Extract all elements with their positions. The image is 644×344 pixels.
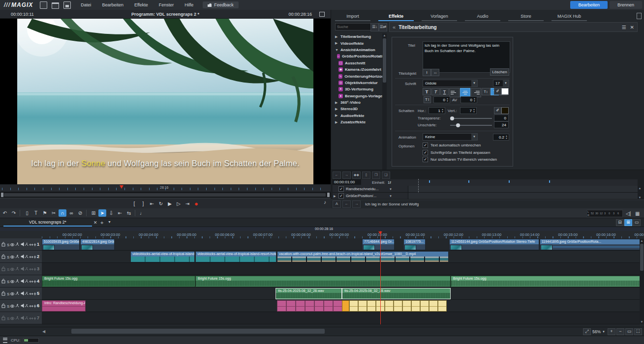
shadow-color-swatch[interactable] bbox=[501, 107, 509, 114]
title-subtitle-text[interactable]: Ich lag in der Sonne und Wolfgang las se… bbox=[17, 159, 313, 168]
preview-range-bar[interactable] bbox=[0, 192, 331, 198]
animation-select[interactable]: Keine▼ bbox=[423, 133, 478, 141]
track-buttons[interactable]: S bbox=[1, 266, 37, 271]
track-header-6[interactable]: S6 bbox=[0, 300, 42, 312]
tree-expand-icon[interactable]: ▶ bbox=[335, 35, 338, 39]
track-buttons[interactable]: S bbox=[1, 303, 37, 308]
clip-title-object[interactable] bbox=[286, 300, 296, 312]
track-lane-3[interactable] bbox=[42, 263, 644, 275]
shadow-vert-input[interactable]: 7▲▼ bbox=[460, 107, 477, 114]
track-lane-7[interactable] bbox=[42, 312, 644, 324]
tree-orientierung-horizont[interactable]: ∿Orientierung/Horizont bbox=[331, 73, 385, 79]
track-buttons[interactable]: S bbox=[1, 254, 37, 259]
add-project-icon[interactable]: + bbox=[100, 220, 103, 226]
font-color-picker-icon[interactable]: ✐ bbox=[494, 88, 501, 95]
scroll-down-icon[interactable]: ▼ bbox=[640, 320, 644, 324]
clip-title-object[interactable] bbox=[367, 300, 376, 312]
delete-title-button[interactable]: Löschen bbox=[490, 68, 509, 76]
kf-copy-icon[interactable]: ❐ bbox=[372, 172, 380, 179]
title-icon[interactable]: T bbox=[32, 209, 40, 217]
keyframe-lane[interactable] bbox=[408, 186, 638, 192]
speaker-icon[interactable]: ◁| bbox=[626, 211, 631, 216]
scroll-up-icon[interactable]: ▲ bbox=[640, 239, 644, 243]
zoom-out-button[interactable]: − bbox=[616, 328, 624, 335]
track-header-5[interactable]: S5 bbox=[0, 287, 42, 300]
kf-prev-icon[interactable]: ← bbox=[333, 172, 341, 179]
fullscreen-monitor-icon[interactable] bbox=[319, 12, 325, 17]
transparency-slider[interactable] bbox=[450, 118, 492, 119]
scroll-left-icon[interactable]: ◀ bbox=[42, 329, 45, 334]
prev-keyframe-icon[interactable]: ← bbox=[342, 201, 351, 208]
clip-title-object[interactable] bbox=[349, 300, 358, 312]
sort-icon[interactable]: ☰↓ bbox=[370, 23, 379, 31]
timeline-ruler[interactable]: 00:00:02:0000:00:03:0000:00:04:0000:00:0… bbox=[0, 231, 644, 239]
clip-title-object[interactable] bbox=[429, 300, 438, 312]
scroll-up-icon[interactable]: ▲ bbox=[638, 186, 642, 191]
bearbeiten-mode-button[interactable]: Bearbeiten bbox=[570, 1, 608, 9]
redo-icon[interactable]: ↷ bbox=[10, 209, 18, 217]
clip-title-object[interactable] bbox=[277, 300, 286, 312]
range-handle-left[interactable] bbox=[1, 193, 3, 197]
option-checkbox-2[interactable]: ✓Nur sichtbaren TV-Bereich verwenden bbox=[423, 157, 497, 162]
range-in-button[interactable]: [ bbox=[131, 200, 138, 207]
tab-effekte[interactable]: Effekte bbox=[374, 12, 418, 21]
mixer-icon[interactable]: ▦ bbox=[635, 211, 640, 216]
tree-expand-icon[interactable]: ▶ bbox=[335, 101, 338, 105]
save-icon[interactable] bbox=[63, 1, 71, 9]
snap-magnet-icon[interactable]: ∩ bbox=[59, 209, 66, 217]
timeline-hscroll[interactable]: ◀ ▶ ⤢ 56% ▼ +−▭⛶ bbox=[0, 327, 644, 336]
zoom-fit-icon[interactable]: ⤢ bbox=[583, 328, 591, 335]
tab-magix-hub[interactable]: MAGIX Hub bbox=[548, 12, 591, 21]
clip-photo[interactable]: 1124553144.jpeg Größe/Position/Rotation … bbox=[449, 239, 539, 250]
font-select[interactable]: Gidole▼ bbox=[423, 80, 478, 87]
clip-title-object[interactable] bbox=[385, 300, 394, 312]
range-handle-right[interactable] bbox=[327, 193, 330, 197]
clip-photo[interactable]: 510035935.jpeg Größe/Positi... bbox=[42, 239, 80, 250]
text-cursor-icon[interactable]: I bbox=[423, 69, 431, 76]
back-chevron-icon[interactable]: « bbox=[393, 24, 396, 30]
tree-scrollbar[interactable]: ▲ ▼ bbox=[382, 33, 387, 177]
video-preview[interactable]: Ich lag in der Sonne und Wolfgang las se… bbox=[0, 19, 331, 184]
tree-gr-e-position-rotation[interactable]: ↔Größe/Position/Rotation bbox=[331, 53, 385, 59]
audio-scrub-icon[interactable]: ♪ bbox=[324, 200, 326, 205]
menu-fenster[interactable]: Fenster bbox=[153, 2, 180, 7]
mouse-mode-icon[interactable]: ➤ bbox=[98, 209, 106, 217]
keyframe-row-1[interactable]: ▶✓Größe/Position/...▼ bbox=[333, 193, 638, 200]
panel-close-icon[interactable]: ✕ bbox=[630, 25, 634, 30]
option-checkbox-0[interactable]: ✓Text automatisch umbrechen bbox=[423, 143, 481, 148]
jump-start-button[interactable]: ⇤ bbox=[149, 200, 155, 207]
checkbox-icon[interactable]: ✓ bbox=[423, 150, 428, 155]
keyframe-scrollbar[interactable]: ▲ ▼ bbox=[638, 186, 642, 200]
razor-icon[interactable]: ✂ bbox=[50, 209, 58, 217]
clip-title-object-selected[interactable] bbox=[342, 300, 349, 312]
range-out-button[interactable]: ] bbox=[140, 200, 147, 207]
project-tab[interactable]: VDL screengraps 2* bbox=[3, 218, 92, 227]
frame-view-button[interactable]: ▭ bbox=[625, 328, 633, 335]
checkbox-icon[interactable]: ✓ bbox=[338, 186, 344, 192]
kf-add-icon[interactable]: ◆◆ bbox=[352, 172, 361, 179]
clip-title-object[interactable] bbox=[402, 300, 411, 312]
blur-slider[interactable] bbox=[450, 125, 492, 126]
menu-effekte[interactable]: Effekte bbox=[129, 2, 153, 7]
clip-title-object[interactable] bbox=[314, 300, 324, 312]
transparency-value[interactable]: 0 bbox=[494, 115, 509, 121]
view-mode-icon-1[interactable]: ⊞ bbox=[624, 219, 632, 226]
auto-keyframe-icon[interactable]: A bbox=[333, 201, 341, 208]
close-project-icon[interactable]: ✕ bbox=[93, 220, 97, 225]
filter-icon[interactable]: ☰⇄ bbox=[379, 23, 387, 31]
feedback-button[interactable]: Feedback bbox=[203, 1, 239, 8]
group-icon[interactable]: ∞ bbox=[67, 209, 75, 217]
track-buttons[interactable]: S bbox=[1, 279, 37, 284]
track-header-3[interactable]: S3 bbox=[0, 263, 42, 275]
move-left-icon[interactable]: ⇤ bbox=[116, 209, 124, 217]
tab-audio[interactable]: Audio bbox=[461, 12, 504, 21]
clip-audio-voice[interactable]: tts-25-04-2025-08_32_28.wav bbox=[276, 288, 342, 299]
checkbox-icon[interactable]: ✓ bbox=[338, 193, 344, 199]
track-buttons[interactable]: S bbox=[1, 315, 37, 320]
clip-video[interactable]: videoblocks-aerial-view-of-tropical-isla… bbox=[130, 251, 195, 262]
kerning-input[interactable]: 0▲▼ bbox=[460, 96, 477, 103]
line-spacing-input[interactable]: 0▲▼ bbox=[433, 96, 450, 103]
clip-video[interactable]: videoblocks-aerial-view-of-tropical-isla… bbox=[195, 251, 276, 262]
clip-audio-music[interactable]: Bright Future 15s.ogg bbox=[42, 276, 195, 287]
clip-audio-music[interactable]: Bright Future 15s.ogg bbox=[451, 276, 644, 287]
